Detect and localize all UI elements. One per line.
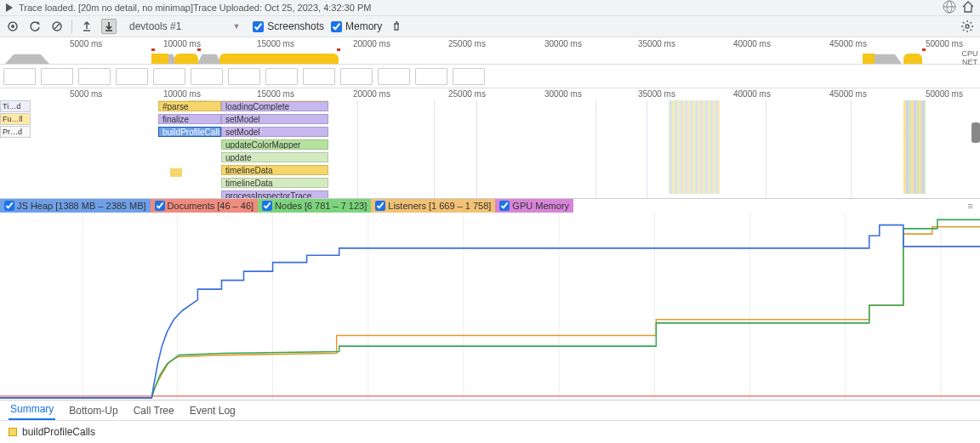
counter-nodes[interactable]: Nodes[6 781 – 7 123] [258,199,371,213]
flame-entry[interactable]: setModel [221,127,328,137]
flame-entry[interactable]: timelineData [221,165,328,175]
tab-call-tree[interactable]: Call Tree [132,401,176,420]
screenshot-thumb[interactable] [453,68,485,85]
counter-gpu[interactable]: GPU Memory [495,199,573,213]
details-body: buildProfileCalls [0,421,980,443]
svg-marker-12 [197,54,221,64]
screenshot-thumb[interactable] [340,68,373,85]
screenshot-thumb[interactable] [41,68,73,85]
track-label[interactable]: Pr…d [0,126,31,138]
record-icon[interactable] [5,19,20,34]
flame-chart[interactable]: 5000 ms 10000 ms 15000 ms 20000 ms 25000… [0,88,980,199]
selection-swatch [9,428,17,436]
tab-summary[interactable]: Summary [9,400,55,420]
overview-ruler: 5000 ms 10000 ms 15000 ms 20000 ms 25000… [0,37,980,49]
hamburger-icon[interactable]: ≡ [968,201,980,211]
svg-marker-0 [6,3,13,12]
screenshot-thumb[interactable] [265,68,298,85]
flame-entry[interactable]: update [221,152,328,162]
globe-icon[interactable] [943,0,956,15]
flame-entry[interactable]: timelineData [221,178,328,188]
memory-label: Memory [345,20,382,32]
svg-marker-10 [5,54,49,64]
screenshot-strip[interactable] [0,65,980,88]
screenshot-thumb[interactable] [415,68,447,85]
overview-cpu-net-labels: CPU NET [960,49,980,66]
chevron-down-icon: ▼ [232,22,240,31]
counter-jsheap[interactable]: JS Heap[1388 MB – 2385 MB] [0,199,151,213]
flame-entry[interactable]: setModel [221,114,328,124]
play-icon[interactable] [5,3,14,12]
status-bar: Trace loaded. [20m no detail, no minimap… [0,0,980,15]
toolbar: devtools #1 ▼ Screenshots Memory [0,15,980,37]
flame-entry[interactable]: updateColorMapper [221,139,328,150]
garbage-collect-icon[interactable] [389,19,404,34]
screenshot-thumb[interactable] [303,68,335,85]
tab-event-log[interactable]: Event Log [188,401,237,420]
upload-icon[interactable] [79,19,94,34]
screenshot-thumb[interactable] [378,68,410,85]
memory-counters-bar: JS Heap[1388 MB – 2385 MB] Documents[46 … [0,199,980,213]
trace-loaded-text: Trace loaded. [19,3,76,13]
screenshots-checkbox[interactable]: Screenshots [253,20,324,32]
flame-entry[interactable]: #parse [158,101,221,111]
svg-point-5 [11,25,14,28]
svg-point-9 [966,25,969,28]
process-dropdown[interactable]: devtools #1 ▼ [123,18,246,35]
details-tabs: Summary Bottom-Up Call Tree Event Log [0,400,980,421]
gear-icon[interactable] [960,19,975,34]
tab-bottom-up[interactable]: Bottom-Up [67,401,119,420]
flame-entry[interactable]: loadingComplete [221,101,328,111]
trace-detail-text: [20m no detail, no minimap] [78,3,193,13]
svg-line-8 [54,24,60,29]
trace-uploaded-text: Trace Uploaded: Oct 25, 2023, 4:32:30 PM [193,3,371,13]
overview-timeline[interactable]: 5000 ms 10000 ms 15000 ms 20000 ms 25000… [0,37,980,65]
reload-icon[interactable] [27,19,43,34]
download-icon[interactable] [101,19,117,34]
track-label[interactable]: Ti…d [0,100,31,112]
screenshot-thumb[interactable] [191,68,223,85]
screenshot-thumb[interactable] [228,68,260,85]
process-dropdown-label: devtools #1 [129,20,181,32]
home-icon[interactable] [961,0,975,15]
screenshot-thumb[interactable] [3,68,36,85]
counter-listeners[interactable]: Listeners[1 669 – 1 758] [371,199,495,213]
screenshot-thumb[interactable] [116,68,148,85]
clear-icon[interactable] [49,19,65,34]
screenshots-label: Screenshots [267,20,324,32]
counter-documents[interactable]: Documents[46 – 46] [151,199,258,213]
memory-graph[interactable] [0,213,980,400]
flame-ruler: 5000 ms 10000 ms 15000 ms 20000 ms 25000… [0,88,980,100]
flame-entry-selected[interactable]: buildProfileCalls [158,127,221,137]
flame-entry[interactable]: finalize [158,114,221,124]
scrollbar-thumb[interactable] [971,122,980,143]
screenshot-thumb[interactable] [153,68,185,85]
flame-entry[interactable]: processInspectorTrace [221,190,328,198]
screenshot-thumb[interactable] [78,68,111,85]
selection-name: buildProfileCalls [22,426,95,438]
track-label[interactable]: Fu…ll [0,113,31,125]
memory-checkbox[interactable]: Memory [331,20,382,32]
